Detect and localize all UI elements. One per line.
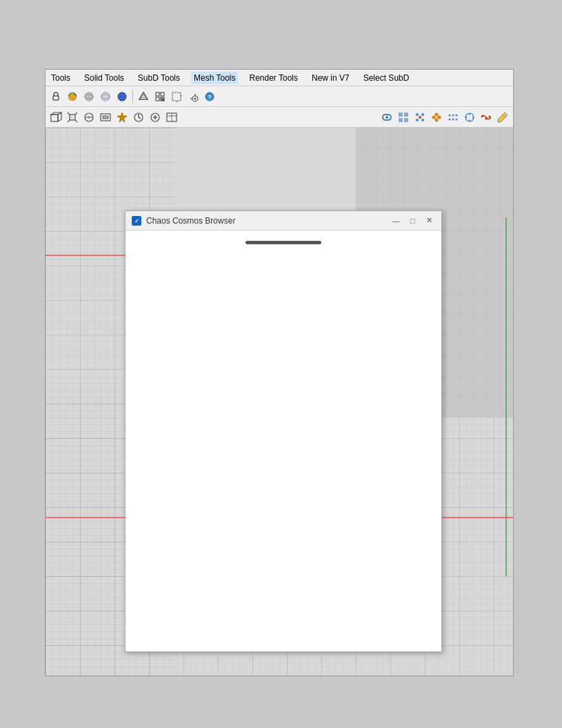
svg-point-53 bbox=[416, 119, 419, 121]
toolbar-add-circle-icon[interactable] bbox=[148, 110, 163, 125]
svg-point-56 bbox=[435, 112, 439, 116]
toolbar-sep-1 bbox=[132, 90, 133, 104]
toolbar-color-icon[interactable] bbox=[65, 89, 80, 104]
toolbar-scatter-icon[interactable] bbox=[412, 110, 428, 125]
toolbar-cursor-icon[interactable] bbox=[185, 89, 201, 104]
dialog-maximize-button[interactable]: □ bbox=[405, 215, 419, 227]
svg-point-70 bbox=[465, 116, 467, 117]
svg-rect-49 bbox=[399, 118, 403, 122]
svg-rect-48 bbox=[404, 112, 408, 117]
toolbar-rect-icon[interactable] bbox=[98, 110, 113, 125]
svg-text:?: ? bbox=[208, 94, 212, 101]
menu-bar: Tools Solid Tools SubD Tools Mesh Tools … bbox=[46, 70, 513, 86]
svg-rect-11 bbox=[156, 92, 159, 96]
toolbar-dots-icon[interactable] bbox=[445, 110, 461, 125]
menu-item-new-in-v7[interactable]: New in V7 bbox=[309, 72, 352, 84]
svg-point-2 bbox=[85, 92, 93, 101]
svg-text:✓: ✓ bbox=[134, 218, 139, 224]
toolbar-sphere2-icon[interactable] bbox=[98, 89, 113, 104]
svg-point-61 bbox=[449, 114, 451, 116]
svg-point-65 bbox=[452, 118, 454, 120]
svg-point-34 bbox=[88, 116, 90, 119]
dialog-close-button[interactable]: ✕ bbox=[422, 215, 436, 227]
svg-point-6 bbox=[118, 92, 126, 101]
svg-point-58 bbox=[432, 115, 436, 119]
svg-rect-12 bbox=[161, 92, 164, 96]
toolbar-wave-icon[interactable] bbox=[479, 110, 494, 125]
toolbar-grid-select-icon[interactable] bbox=[152, 89, 168, 104]
menu-item-solid-tools[interactable]: Solid Tools bbox=[81, 72, 127, 84]
toolbar-help-icon[interactable]: ? bbox=[202, 89, 217, 104]
viewport[interactable]: z y ✓ Chaos Cosmos Browser — □ ✕ bbox=[46, 128, 513, 676]
dialog-minimize-button[interactable]: — bbox=[389, 215, 403, 227]
svg-rect-31 bbox=[70, 115, 75, 120]
dialog-title: Chaos Cosmos Browser bbox=[146, 216, 389, 226]
menu-item-render-tools[interactable]: Render Tools bbox=[246, 72, 301, 84]
toolbar-row-2 bbox=[46, 107, 513, 128]
svg-rect-13 bbox=[156, 97, 159, 101]
toolbar-flower-icon[interactable] bbox=[429, 110, 444, 125]
toolbar-table-icon[interactable] bbox=[164, 110, 179, 125]
svg-point-54 bbox=[421, 119, 424, 121]
toolbar-triangle-icon[interactable] bbox=[136, 89, 151, 104]
svg-point-71 bbox=[472, 116, 474, 117]
svg-point-46 bbox=[385, 116, 388, 119]
svg-point-66 bbox=[456, 118, 458, 120]
toolbar-lock-icon[interactable] bbox=[48, 89, 63, 104]
svg-point-69 bbox=[469, 119, 470, 121]
svg-line-39 bbox=[139, 117, 141, 119]
app-window: Tools Solid Tools SubD Tools Mesh Tools … bbox=[45, 69, 514, 676]
menu-item-subd-tools[interactable]: SubD Tools bbox=[135, 72, 183, 84]
toolbar-right-section bbox=[377, 108, 513, 126]
loading-bar bbox=[245, 241, 321, 244]
menu-item-tools[interactable]: Tools bbox=[48, 72, 73, 84]
chaos-cosmos-dialog: ✓ Chaos Cosmos Browser — □ ✕ bbox=[125, 210, 442, 652]
svg-point-60 bbox=[435, 116, 438, 119]
toolbar-sphere1-icon[interactable] bbox=[81, 89, 97, 104]
toolbar-box-icon[interactable] bbox=[48, 110, 63, 125]
toolbar-star-icon[interactable] bbox=[114, 110, 130, 125]
dialog-app-icon: ✓ bbox=[131, 215, 142, 226]
svg-point-64 bbox=[449, 118, 451, 120]
svg-rect-15 bbox=[172, 92, 181, 101]
svg-rect-50 bbox=[404, 118, 408, 122]
svg-point-4 bbox=[101, 92, 110, 101]
svg-point-72 bbox=[482, 115, 484, 117]
dialog-controls: — □ ✕ bbox=[389, 215, 436, 227]
toolbar-select-icon[interactable] bbox=[169, 89, 184, 104]
svg-rect-24 bbox=[51, 115, 58, 121]
svg-point-68 bbox=[469, 112, 470, 114]
toolbar-left-section bbox=[46, 108, 182, 126]
toolbar-explode-icon[interactable] bbox=[65, 110, 80, 125]
toolbar-clock-icon[interactable] bbox=[131, 110, 146, 125]
toolbar-sphere3-icon[interactable] bbox=[114, 89, 130, 104]
svg-point-62 bbox=[452, 114, 454, 116]
svg-marker-8 bbox=[139, 92, 148, 99]
toolbar-chain-icon[interactable] bbox=[379, 110, 394, 125]
toolbar-pen-icon[interactable] bbox=[495, 110, 510, 125]
toolbar-grid2-icon[interactable] bbox=[396, 110, 411, 125]
svg-point-57 bbox=[435, 118, 439, 121]
svg-marker-26 bbox=[51, 112, 61, 115]
svg-point-74 bbox=[489, 115, 491, 117]
svg-point-73 bbox=[485, 117, 488, 119]
dialog-content bbox=[126, 230, 441, 651]
svg-rect-47 bbox=[399, 112, 403, 117]
svg-point-51 bbox=[416, 113, 419, 116]
svg-rect-0 bbox=[53, 96, 59, 100]
svg-point-55 bbox=[419, 116, 421, 119]
svg-rect-36 bbox=[103, 116, 108, 119]
dialog-titlebar[interactable]: ✓ Chaos Cosmos Browser — □ ✕ bbox=[126, 211, 441, 230]
toolbar-circle-cut-icon[interactable] bbox=[81, 110, 97, 125]
svg-point-19 bbox=[194, 97, 197, 99]
svg-point-59 bbox=[438, 115, 441, 119]
svg-point-63 bbox=[456, 114, 458, 116]
svg-point-52 bbox=[421, 113, 424, 116]
toolbar-circle-dots-icon[interactable] bbox=[462, 110, 477, 125]
toolbar-row-1: ? bbox=[46, 86, 513, 107]
menu-item-select-subd[interactable]: Select SubD bbox=[361, 72, 412, 84]
menu-item-mesh-tools[interactable]: Mesh Tools bbox=[191, 72, 238, 84]
